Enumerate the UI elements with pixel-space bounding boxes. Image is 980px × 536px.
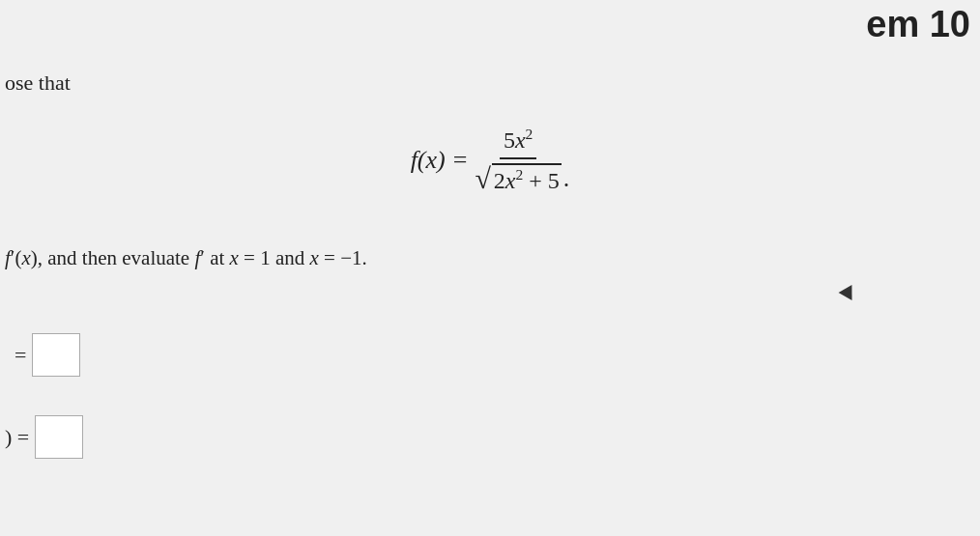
top-heading: em 10	[856, 0, 980, 49]
page: em 10 ose that f(x) = 5x2 √ 2x2 + 5	[0, 0, 980, 536]
answer-row-1: =	[14, 333, 80, 377]
sqrt-wrapper: √ 2x2 + 5	[475, 163, 561, 195]
numerator: 5x2	[500, 126, 536, 159]
answer-input-1[interactable]	[32, 333, 80, 377]
denominator: √ 2x2 + 5	[475, 159, 561, 195]
cursor	[839, 285, 859, 304]
formula-lhs: f(x)	[411, 146, 446, 175]
instruction-line: f′(x), and then evaluate f′ at x = 1 and…	[0, 246, 367, 270]
formula-equals: =	[453, 146, 468, 175]
answer-input-2[interactable]	[35, 415, 83, 459]
sqrt-content: 2x2 + 5	[492, 163, 562, 195]
sqrt-symbol: √	[475, 164, 490, 193]
formula-expression: f(x) = 5x2 √ 2x2 + 5 .	[411, 126, 570, 195]
intro-text: ose that	[0, 71, 71, 96]
answer-row-2: ) =	[5, 415, 83, 459]
x-squared-numerator: x2	[515, 127, 533, 153]
answer1-label: =	[14, 343, 26, 368]
answer2-label: ) =	[5, 425, 29, 450]
fraction: 5x2 √ 2x2 + 5	[475, 126, 561, 195]
period: .	[563, 164, 570, 195]
formula-block: f(x) = 5x2 √ 2x2 + 5 .	[0, 126, 980, 195]
